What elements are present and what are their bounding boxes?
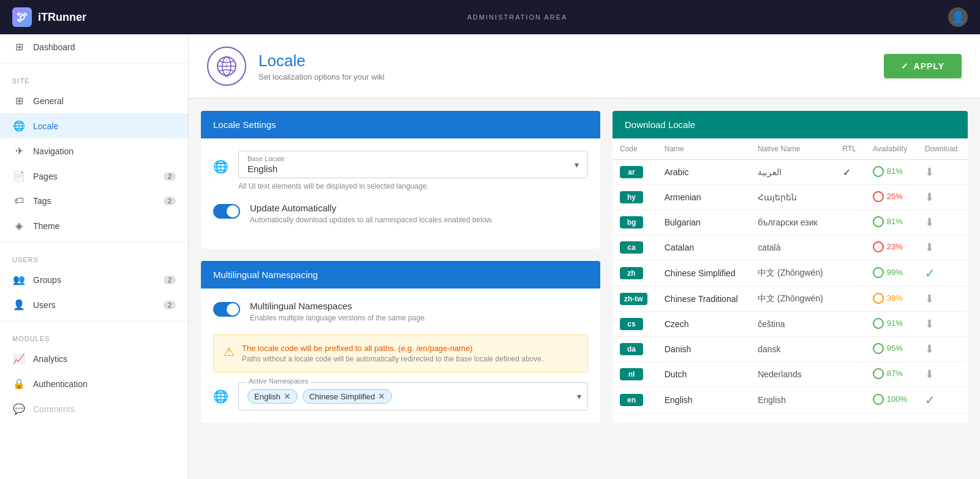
- update-auto-toggle[interactable]: [213, 204, 240, 219]
- namespace-tag-zh-close[interactable]: ✕: [378, 391, 385, 401]
- locale-avail-cell: 100%: [865, 387, 918, 413]
- sidebar-item-label: Groups: [33, 275, 61, 285]
- col-download: Download: [918, 138, 968, 160]
- avail-circle-icon: [873, 293, 884, 304]
- download-button[interactable]: ⬇: [925, 190, 934, 204]
- sidebar-item-label: Tags: [33, 196, 51, 206]
- locale-avail-cell: 25%: [865, 185, 918, 210]
- authentication-icon: 🔒: [12, 378, 26, 390]
- avail-circle-icon: [873, 216, 884, 227]
- sidebar-item-users[interactable]: 👤 Users 2: [0, 292, 188, 317]
- sidebar-item-analytics[interactable]: 📈 Analytics: [0, 346, 188, 371]
- users-section-label: Users: [0, 246, 188, 267]
- page-title-group: Locale Set localization options for your…: [258, 51, 385, 81]
- locale-code-cell: zh: [612, 260, 657, 287]
- locale-download-cell: ⬇: [918, 160, 968, 185]
- general-icon: ⊞: [12, 95, 26, 107]
- table-row: enEnglishEnglish100%✓: [612, 387, 968, 413]
- user-avatar[interactable]: 👤: [948, 7, 968, 27]
- apply-button[interactable]: ✓ APPLY: [884, 54, 962, 78]
- sidebar-item-dashboard[interactable]: ⊞ Dashboard: [0, 34, 188, 59]
- avail-circle: 23%: [873, 241, 903, 252]
- avail-circle: 25%: [873, 191, 903, 202]
- sidebar-item-pages[interactable]: 📄 Pages 2: [0, 164, 188, 189]
- namespace-tag-zh-label: Chinese Simplified: [309, 392, 375, 401]
- locale-rtl-cell: [835, 312, 865, 337]
- locale-download-cell: ⬇: [918, 185, 968, 210]
- locale-native-cell: English: [750, 387, 835, 413]
- base-locale-value: English: [247, 164, 277, 174]
- base-locale-select[interactable]: Base Locale English ▾: [238, 151, 588, 178]
- locale-rtl-cell: [835, 235, 865, 260]
- locale-native-cell: čeština: [750, 312, 835, 337]
- locale-download-cell: ✓: [918, 387, 968, 413]
- sidebar-item-general[interactable]: ⊞ General: [0, 88, 188, 113]
- table-row: caCatalancatalà23%⬇: [612, 235, 968, 260]
- download-button[interactable]: ⬇: [925, 317, 934, 331]
- dropdown-arrow-icon: ▾: [575, 160, 579, 170]
- avail-pct: 87%: [887, 369, 903, 378]
- multilingual-toggle[interactable]: [213, 302, 240, 317]
- avail-circle-icon: [873, 166, 884, 177]
- locale-badge: cs: [620, 318, 643, 330]
- col-name: Name: [657, 138, 750, 160]
- avail-circle-icon: [873, 343, 884, 354]
- locale-badge: bg: [620, 216, 643, 228]
- locale-name-cell: Bulgarian: [657, 210, 750, 235]
- sidebar-item-theme[interactable]: ◈ Theme: [0, 213, 188, 238]
- avail-circle-icon: [873, 394, 884, 405]
- table-row: csCzechčeština91%⬇: [612, 312, 968, 337]
- download-button[interactable]: ⬇: [925, 216, 934, 229]
- locale-badge: da: [620, 343, 643, 355]
- avail-circle: 99%: [873, 267, 903, 278]
- download-button[interactable]: ⬇: [925, 292, 934, 306]
- sidebar-item-label: Authentication: [33, 379, 88, 389]
- sidebar-item-navigation[interactable]: ✈ Navigation: [0, 138, 188, 164]
- locale-code-cell: hy: [612, 185, 657, 210]
- multilingual-body: Multilingual Namespaces Enables multiple…: [201, 289, 600, 423]
- avail-pct: 38%: [887, 293, 903, 303]
- sidebar: ⊞ Dashboard Site ⊞ General 🌐 Locale ✈ Na…: [0, 34, 189, 479]
- locale-rtl-cell: [835, 362, 865, 387]
- base-locale-label: Base Locale: [247, 155, 285, 162]
- avail-pct: 99%: [887, 268, 903, 277]
- avail-circle-icon: [873, 241, 884, 252]
- active-namespaces-field[interactable]: Active Namespaces English ✕ Chinese Simp…: [238, 382, 588, 410]
- locale-code-cell: da: [612, 337, 657, 362]
- locale-code-cell: ca: [612, 235, 657, 260]
- warning-desc: Paths without a locale code will be auto…: [242, 355, 543, 363]
- locale-avail-cell: 38%: [865, 287, 918, 312]
- locale-avail-cell: 91%: [865, 312, 918, 337]
- table-row: hyArmenianՀայերեն25%⬇: [612, 185, 968, 210]
- tags-badge: 2: [164, 197, 176, 205]
- update-auto-label-group: Update Automatically Automatically downl…: [250, 203, 588, 224]
- sidebar-item-locale[interactable]: 🌐 Locale: [0, 113, 188, 138]
- locale-avail-cell: 87%: [865, 362, 918, 387]
- sidebar-item-groups[interactable]: 👥 Groups 2: [0, 267, 188, 292]
- warning-icon: ⚠: [224, 344, 235, 363]
- main-content: Locale Set localization options for your…: [189, 34, 980, 479]
- locale-settings-header: Locale Settings: [201, 111, 600, 138]
- multilingual-header: Multilingual Namespacing: [201, 261, 600, 289]
- locale-name-cell: Chinese Simplified: [657, 260, 750, 287]
- download-button[interactable]: ⬇: [925, 342, 934, 356]
- sidebar-item-tags[interactable]: 🏷 Tags 2: [0, 189, 188, 213]
- brand-name: iTRunner: [38, 11, 86, 24]
- download-button[interactable]: ⬇: [925, 165, 934, 179]
- locale-avail-cell: 95%: [865, 337, 918, 362]
- locale-native-cell: 中文 (Zhōngwén): [750, 287, 835, 312]
- namespace-tag-en-close[interactable]: ✕: [284, 391, 291, 401]
- sidebar-item-authentication[interactable]: 🔒 Authentication: [0, 371, 188, 396]
- download-button[interactable]: ⬇: [925, 241, 934, 254]
- download-button[interactable]: ⬇: [925, 368, 934, 381]
- groups-badge: 2: [164, 276, 176, 284]
- layout: ⊞ Dashboard Site ⊞ General 🌐 Locale ✈ Na…: [0, 34, 980, 479]
- avail-circle: 81%: [873, 166, 903, 177]
- base-locale-row: 🌐 Base Locale English ▾ All UI text elem…: [213, 151, 588, 190]
- update-auto-hint: Automatically download updates to all na…: [250, 216, 588, 224]
- locale-rtl-cell: [835, 260, 865, 287]
- locale-settings-panel: Locale Settings 🌐 Base Locale English ▾: [201, 111, 600, 249]
- locale-name-cell: Armenian: [657, 185, 750, 210]
- sidebar-item-label: General: [33, 96, 64, 106]
- topbar: 🕊 iTRunner ADMINISTRATION AREA 👤: [0, 0, 980, 34]
